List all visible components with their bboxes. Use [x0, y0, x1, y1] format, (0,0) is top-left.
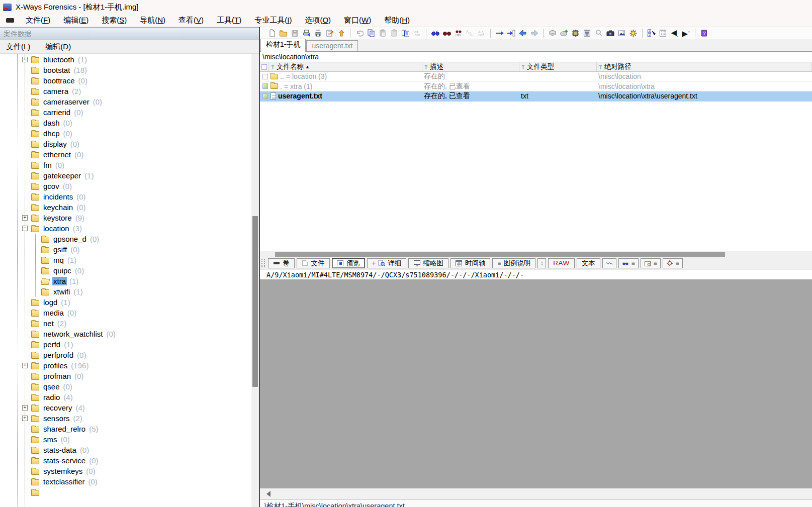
magnifier-icon[interactable] — [593, 28, 604, 39]
position-list-button[interactable]: ≡ — [663, 258, 683, 268]
tree-item-label[interactable]: qsee — [42, 382, 61, 391]
tree-item-label[interactable]: stats-service — [42, 456, 86, 465]
mode-legend-button[interactable]: ≡ 图例说明 — [492, 258, 535, 268]
tree-expand-toggle[interactable]: + — [22, 57, 28, 62]
tree-item[interactable]: +profiles(196) — [0, 360, 251, 371]
tree-expand-toggle[interactable]: + — [22, 363, 28, 368]
calculator-icon[interactable] — [581, 28, 593, 39]
table-row-selected[interactable]: useragent.txt 存在的, 已查看 txt \misc\locatio… — [260, 91, 812, 102]
tree-item-label[interactable]: net — [42, 319, 55, 328]
tree-item[interactable]: −location(3) — [0, 223, 251, 234]
paste-special-icon[interactable] — [388, 28, 400, 39]
tree-item-label[interactable]: quipc — [52, 266, 72, 275]
mode-thumbnails-button[interactable]: 缩略图 — [408, 258, 448, 268]
case-menu-file[interactable]: 文件(L) — [6, 42, 30, 52]
gallery-icon[interactable] — [616, 28, 627, 39]
tree-item-label[interactable]: perfd — [42, 340, 61, 349]
tree-item-label[interactable]: incidents — [42, 192, 74, 201]
tree-item-label[interactable]: mq — [52, 256, 65, 264]
tree-item-label[interactable]: xtra — [52, 277, 67, 285]
tree-item[interactable]: +recovery(4) — [0, 402, 251, 413]
preview-text-content[interactable]: A/9/Xiaomi/MI#4LTE/MSM8974/-/QCX3/s75108… — [260, 269, 812, 279]
menu-tools[interactable]: 工具(T) — [210, 15, 248, 26]
mode-timeline-button[interactable]: 时间轴 — [450, 258, 491, 268]
tree-item-label[interactable]: textclassifier — [42, 477, 86, 486]
tree-item[interactable]: shared_relro(5) — [0, 424, 251, 434]
tree-item[interactable]: +sensors(2) — [0, 413, 251, 424]
tree-item-label[interactable]: logd — [42, 298, 58, 307]
goto-offset-icon[interactable] — [494, 28, 505, 39]
tree-item[interactable]: keychain(0) — [0, 202, 251, 213]
help-book-icon[interactable]: ? — [698, 28, 710, 39]
tree-item[interactable]: textclassifier(0) — [0, 476, 251, 487]
copy-hex-icon[interactable] — [400, 28, 411, 39]
tab-useragent[interactable]: useragent.txt — [306, 40, 358, 51]
next-item-icon[interactable]: ▶+ — [680, 28, 692, 39]
tree-item-label[interactable]: ethernet — [42, 150, 72, 159]
tree-item-label[interactable]: systemkeys — [42, 467, 83, 475]
tree-item-label[interactable]: fm — [42, 161, 53, 169]
tree-item[interactable]: carrierid(0) — [0, 107, 251, 118]
tree-item-label[interactable]: radio — [42, 393, 61, 401]
tree-item-label[interactable]: xtwifi — [52, 287, 71, 296]
tree-item-label[interactable]: gcov — [42, 182, 60, 190]
table-row[interactable]: .. = location (3) 存在的 \misc\location — [260, 72, 812, 82]
tree-item-label[interactable]: sensors — [42, 414, 71, 423]
tree-item[interactable]: display(0) — [0, 139, 251, 149]
mode-preview-button[interactable]: 预览 — [332, 258, 365, 268]
menu-help[interactable]: 帮助(H) — [378, 15, 416, 26]
tree-item[interactable]: xtra(1) — [0, 276, 251, 286]
tree-item[interactable]: perfd(1) — [0, 339, 251, 350]
tree-item-label[interactable]: display — [42, 140, 68, 148]
tree-item-label[interactable]: boottrace — [42, 76, 76, 85]
tree-item[interactable]: net(2) — [0, 318, 251, 329]
undo-icon[interactable] — [353, 28, 365, 39]
binary-copy-icon[interactable]: 101010 — [411, 28, 423, 39]
copy-icon[interactable] — [365, 28, 377, 39]
menu-window[interactable]: 窗口(W) — [337, 15, 378, 26]
case-menu-edit[interactable]: 编辑(D) — [45, 42, 71, 52]
tree-item-label[interactable]: recovery — [42, 403, 73, 412]
tree-item[interactable]: incidents(0) — [0, 191, 251, 202]
tree-item[interactable]: boottrace(0) — [0, 75, 251, 86]
tree-item[interactable]: sms(0) — [0, 434, 251, 445]
tree-item[interactable]: logd(1) — [0, 297, 251, 308]
tree-expand-toggle[interactable]: + — [22, 416, 28, 421]
mode-text-button[interactable]: 文本 — [577, 258, 600, 268]
export-icon[interactable] — [335, 28, 347, 39]
previous-item-icon[interactable]: ◀- — [669, 28, 680, 39]
row-checkbox[interactable] — [262, 93, 268, 99]
current-path-bar[interactable]: \misc\location\xtra — [260, 52, 812, 62]
tree-item[interactable]: gsiff(0) — [0, 244, 251, 255]
text-replace-icon[interactable]: AB — [464, 28, 476, 39]
printer-icon[interactable] — [312, 28, 324, 39]
tree-item-label[interactable]: profman — [42, 372, 72, 380]
child-window-icon[interactable] — [6, 18, 14, 23]
preview-horizontal-scrollbar[interactable] — [260, 488, 812, 499]
tree-item[interactable]: +bluetooth(1) — [0, 54, 251, 65]
find-text-icon[interactable] — [429, 28, 441, 39]
mode-volume-button[interactable]: 卷 — [268, 258, 295, 268]
column-header-filename[interactable]: 文件名称 ▲ — [269, 62, 422, 71]
event-list-button[interactable]: ≡ — [641, 258, 661, 268]
tree-item-label[interactable]: bluetooth — [42, 55, 75, 64]
tree-item[interactable]: radio(4) — [0, 392, 251, 402]
tree-item[interactable]: cameraserver(0) — [0, 96, 251, 107]
tree-item[interactable]: systemkeys(0) — [0, 466, 251, 476]
tree-expand-toggle[interactable]: − — [22, 226, 28, 231]
wave-button[interactable] — [602, 258, 616, 268]
tree-item-label[interactable]: stats-data — [42, 446, 77, 454]
tree-item-label[interactable]: location — [42, 224, 70, 233]
tree-item[interactable]: xtwifi(1) — [0, 286, 251, 297]
filter-funnel-icon[interactable] — [598, 65, 603, 69]
goto-block-icon[interactable] — [505, 28, 517, 39]
tree-item[interactable]: network_watchlist(0) — [0, 329, 251, 339]
tree-item-label[interactable]: network_watchlist — [42, 330, 104, 338]
capture-screen-icon[interactable] — [604, 28, 616, 39]
tree-expand-toggle[interactable]: + — [22, 215, 28, 221]
table-row[interactable]: . = xtra (1) 存在的, 已查看 \misc\location\xtr… — [260, 82, 812, 92]
filter-funnel-icon[interactable] — [521, 65, 525, 69]
tree-item-label[interactable]: gatekeeper — [42, 171, 82, 180]
filter-funnel-icon[interactable] — [270, 65, 275, 69]
mode-file-button[interactable]: 文件 — [297, 258, 330, 268]
